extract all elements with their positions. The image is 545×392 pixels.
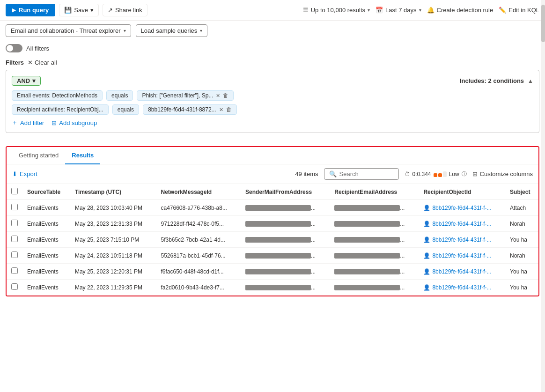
row-message-id-3[interactable]: 5526817a-bcb1-45df-76... xyxy=(156,248,241,264)
select-all-checkbox[interactable] xyxy=(11,188,18,194)
export-icon: ⬇ xyxy=(12,170,17,178)
row-timestamp-1: May 23, 2023 12:31:33 PM xyxy=(70,216,156,232)
filter-field-2-label: Recipient activities: RecipientObj... xyxy=(17,106,103,113)
add-filter-button[interactable]: ＋ Add filter xyxy=(12,118,44,127)
row-message-id-0[interactable]: ca476608-a776-438b-a8... xyxy=(156,200,241,216)
bell-icon: 🔔 xyxy=(427,7,435,14)
row-checkbox-1[interactable] xyxy=(11,220,18,226)
row-timestamp-3: May 24, 2023 10:51:18 PM xyxy=(70,248,156,264)
row-message-id-5[interactable]: fa2d0610-9b43-4de3-f7... xyxy=(156,280,241,296)
col-network-message-id: NetworkMessageId xyxy=(156,184,241,200)
scrollbar-thumb[interactable] xyxy=(541,5,545,42)
table-row: EmailEvents May 24, 2023 10:51:18 PM 552… xyxy=(7,248,538,264)
items-count: 49 items xyxy=(295,170,318,178)
save-caret: ▾ xyxy=(90,7,94,14)
clear-all-button[interactable]: ✕ Clear all xyxy=(28,59,57,66)
collapse-icon[interactable]: ▲ xyxy=(528,78,533,84)
filter-value-2[interactable]: 8bb129fe-f6d4-431f-8872... ✕ 🗑 xyxy=(143,104,236,115)
search-box[interactable]: 🔍 xyxy=(324,168,399,180)
filters-box: AND ▾ Includes: 2 conditions ▲ Email eve… xyxy=(6,70,539,133)
row-message-id-1[interactable]: 971228df-ff42-478c-0f5... xyxy=(156,216,241,232)
row-recipient-obj-link-5[interactable]: 8bb129fe-f6d4-431f-f-... xyxy=(432,284,491,291)
row-checkbox-4[interactable] xyxy=(11,267,18,274)
row-subject-3: Norah xyxy=(505,248,538,264)
row-recipient-obj-link-4[interactable]: 8bb129fe-f6d4-431f-f-... xyxy=(432,268,491,275)
and-operator-badge[interactable]: AND ▾ xyxy=(12,76,41,86)
row-checkbox-0[interactable] xyxy=(11,204,18,210)
filter-value-1[interactable]: Phish: ["General filter"], Sp... ✕ 🗑 xyxy=(137,90,234,101)
toolbar-right: ☰ Up to 10,000 results ▾ 📅 Last 7 days ▾… xyxy=(303,7,539,14)
search-input[interactable] xyxy=(339,170,386,178)
row-checkbox-3[interactable] xyxy=(11,251,18,258)
results-toolbar: ⬇ Export 49 items 🔍 ⏱ 0:0.344 Low ⓘ ⊞ Cu… xyxy=(7,164,538,184)
row-recipient-obj-link-3[interactable]: 8bb129fe-f6d4-431f-f-... xyxy=(432,252,491,259)
row-source-2: EmailEvents xyxy=(22,232,70,248)
filter-field-2[interactable]: Recipient activities: RecipientObj... xyxy=(12,104,109,115)
save-button[interactable]: 💾 Save ▾ xyxy=(59,4,99,16)
add-subgroup-button[interactable]: ⊞ Add subgroup xyxy=(52,119,97,126)
user-icon-1: 👤 xyxy=(423,221,430,227)
clock-icon: ⏱ xyxy=(405,171,410,178)
filter-value-1-text: Phish: ["General filter"], Sp... xyxy=(142,92,213,99)
share-link-button[interactable]: ↗ Share link xyxy=(103,4,147,16)
filter-row-2-delete[interactable]: 🗑 xyxy=(226,106,232,113)
conditions-info: Includes: 2 conditions ▲ xyxy=(460,77,533,84)
date-range-selector[interactable]: 📅 Last 7 days ▾ xyxy=(376,7,421,14)
row-subject-0: Attach xyxy=(505,200,538,216)
export-label: Export xyxy=(20,170,37,178)
user-icon-3: 👤 xyxy=(423,252,430,259)
row-recipient-obj-link-0[interactable]: 8bb129fe-f6d4-431f-f-... xyxy=(432,205,491,211)
row-sender-3: ... xyxy=(241,248,330,264)
results-limit-caret: ▾ xyxy=(368,7,370,13)
row-recipient-obj-4: 👤 8bb129fe-f6d4-431f-f-... xyxy=(419,264,505,280)
clear-icon: ✕ xyxy=(28,59,33,66)
row-checkbox-2[interactable] xyxy=(11,236,18,242)
results-tabs: Getting started Results xyxy=(7,147,538,164)
scrollbar-track[interactable] xyxy=(541,0,545,304)
row-recipient-obj-5: 👤 8bb129fe-f6d4-431f-f-... xyxy=(419,280,505,296)
share-link-label: Share link xyxy=(115,7,142,14)
results-limit-selector[interactable]: ☰ Up to 10,000 results ▾ xyxy=(303,7,370,14)
run-query-button[interactable]: ▶ Run query xyxy=(6,4,55,16)
filter-operator-1[interactable]: equals xyxy=(106,90,133,101)
tab-results[interactable]: Results xyxy=(65,147,100,164)
export-button[interactable]: ⬇ Export xyxy=(12,170,37,178)
filter-operator-2[interactable]: equals xyxy=(112,104,139,115)
filter-field-1[interactable]: Email events: DetectionMethods xyxy=(12,90,103,101)
filter-value-2-clear[interactable]: ✕ xyxy=(219,107,223,113)
row-recipient-email-0: ... xyxy=(330,200,419,216)
create-detection-rule-button[interactable]: 🔔 Create detection rule xyxy=(427,7,493,14)
toolbar: ▶ Run query 💾 Save ▾ ↗ Share link ☰ Up t… xyxy=(0,0,545,21)
row-checkbox-cell xyxy=(7,200,22,216)
row-recipient-obj-link-1[interactable]: 8bb129fe-f6d4-431f-f-... xyxy=(432,221,491,227)
table-row: EmailEvents May 22, 2023 11:29:35 PM fa2… xyxy=(7,280,538,296)
tab-getting-started[interactable]: Getting started xyxy=(12,147,65,164)
edit-kql-button[interactable]: ✏️ Edit in KQL xyxy=(499,7,539,14)
row-recipient-obj-link-2[interactable]: 8bb129fe-f6d4-431f-f-... xyxy=(432,237,491,243)
row-recipient-email-5: ... xyxy=(330,280,419,296)
row-recipient-obj-0: 👤 8bb129fe-f6d4-431f-f-... xyxy=(419,200,505,216)
getting-started-tab-label: Getting started xyxy=(19,152,59,159)
sample-queries-dropdown[interactable]: Load sample queries ▾ xyxy=(136,24,208,37)
filters-section: Filters ✕ Clear all AND ▾ Includes: 2 co… xyxy=(0,55,545,139)
customize-columns-button[interactable]: ⊞ Customize columns xyxy=(472,170,533,178)
row-timestamp-2: May 25, 2023 7:15:10 PM xyxy=(70,232,156,248)
add-subgroup-label: Add subgroup xyxy=(59,119,97,126)
create-rule-label: Create detection rule xyxy=(437,7,493,14)
row-recipient-obj-1: 👤 8bb129fe-f6d4-431f-f-... xyxy=(419,216,505,232)
row-checkbox-5[interactable] xyxy=(11,283,18,290)
filter-value-1-clear[interactable]: ✕ xyxy=(216,93,220,99)
filter-row-1-delete[interactable]: 🗑 xyxy=(223,92,228,99)
columns-icon: ⊞ xyxy=(472,170,478,178)
row-message-id-4[interactable]: f6fac650-d48f-48cd-d1f... xyxy=(156,264,241,280)
row-message-id-2[interactable]: 5f3b65c2-7bcb-42a1-4d... xyxy=(156,232,241,248)
all-filters-toggle[interactable] xyxy=(6,44,22,52)
row-sender-4: ... xyxy=(241,264,330,280)
scope-dropdown[interactable]: Email and collaboration - Threat explore… xyxy=(6,24,131,37)
row-sender-1: ... xyxy=(241,216,330,232)
perf-bar-2 xyxy=(438,173,442,177)
filter-operator-2-label: equals xyxy=(118,106,134,113)
row-checkbox-cell xyxy=(7,216,22,232)
results-section: Getting started Results ⬇ Export 49 item… xyxy=(6,146,539,296)
user-icon-0: 👤 xyxy=(423,205,430,211)
